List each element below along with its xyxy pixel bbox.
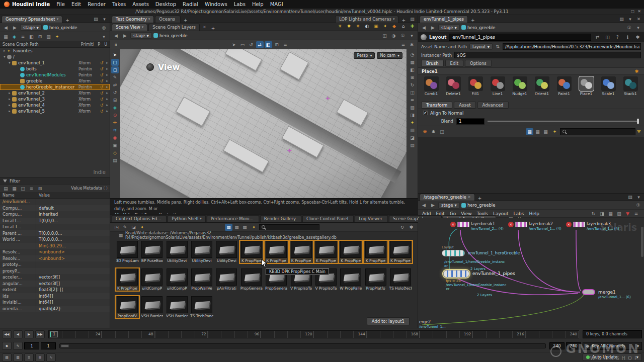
mode-tab[interactable]: Transform	[421, 102, 452, 109]
new-viewer-tab-button[interactable]: +	[209, 26, 217, 31]
asset-item[interactable]: uildCompP	[140, 268, 164, 291]
menu-item[interactable]: Radial	[183, 2, 198, 7]
activate-toggle-icon[interactable]: ↺	[99, 97, 105, 102]
highlight-icon[interactable]: ✦	[409, 119, 416, 126]
filter-funnel-icon[interactable]	[637, 130, 641, 133]
instance-list-area[interactable]	[418, 137, 644, 193]
collapse-all-icon[interactable]: ▥	[45, 33, 52, 40]
auto-update-dropdown[interactable]: Auto Update▾	[583, 353, 642, 361]
star-filter-icon[interactable]: ✦	[250, 224, 258, 231]
tab-envtunnel-pipes[interactable]: envTunnel_1_pipes	[420, 16, 468, 23]
playback-start-field[interactable]: 1	[41, 342, 56, 349]
asset-item[interactable]: PropGenera	[239, 268, 264, 291]
hand-tool-icon[interactable]: ✱	[430, 128, 437, 135]
grid-toggle-icon[interactable]: ▦	[409, 59, 416, 66]
node-shape[interactable]	[443, 270, 469, 278]
gallery-settings-icon[interactable]: ✱	[408, 224, 415, 231]
range-end-field[interactable]: 240	[566, 342, 581, 349]
mode-tab[interactable]: Brush	[421, 60, 444, 67]
attribute-row[interactable]: prototy...	[0, 261, 110, 268]
asset-item[interactable]: uildCompP	[165, 268, 189, 291]
asset-item[interactable]: K PropPipe	[289, 240, 313, 263]
compare-icon[interactable]: ⇄	[594, 34, 601, 41]
menu-item[interactable]: Windows	[205, 2, 227, 7]
sculpt-icon[interactable]: ≋	[111, 127, 119, 134]
attribute-row[interactable]: Compu... default	[0, 205, 110, 212]
activate-toggle-icon[interactable]: ↺	[99, 91, 105, 96]
asset-item[interactable]: VSH Barrier	[140, 296, 164, 319]
thumbnail-medium-icon[interactable]: ▦	[233, 224, 240, 231]
list-icon[interactable]: ≡	[24, 353, 34, 361]
attribute-row[interactable]: Min(-30.29...	[0, 243, 110, 249]
pane-menu-icon[interactable]: ▤	[618, 16, 625, 23]
scene-graph-row[interactable]: bolts Pointin ↺ ▸	[0, 66, 110, 72]
hero-greeble-node[interactable]: Layout envTunnel_1_heroGreeble	[442, 246, 465, 257]
activate-toggle-icon[interactable]: ↺	[99, 85, 105, 89]
tab[interactable]: Performance Moni...	[207, 215, 259, 222]
add-shelf-button[interactable]: +	[399, 18, 408, 23]
expand-attrs-icon[interactable]: ⊞	[36, 185, 44, 192]
swap-icon[interactable]: ⇅	[495, 43, 500, 50]
scene-graph-row[interactable]: ▸ envTunnel_4 Xform ↺ ▸	[0, 102, 110, 108]
add-light-icon[interactable]: ✚	[409, 23, 416, 30]
tab[interactable]: Context Options Ed...	[112, 215, 167, 222]
display-flags-icon[interactable]: ▧	[615, 210, 623, 217]
expand-icon[interactable]: ▸	[105, 79, 110, 83]
menu-item[interactable]: Render	[88, 2, 106, 7]
env-light-icon[interactable]: ✹	[345, 23, 353, 30]
lock-icon[interactable]: ◫	[604, 34, 611, 41]
instance-search-input[interactable]	[560, 128, 635, 135]
play-button[interactable]: ▶	[24, 330, 34, 338]
forward-icon[interactable]: ▶	[11, 24, 19, 31]
attribute-row[interactable]: World ... T(0,0,0,0...	[0, 236, 110, 243]
brush-preset[interactable]: Stack1	[620, 76, 641, 100]
maximize-icon[interactable]: ▢	[631, 9, 635, 14]
instancer-path-field[interactable]: $OS	[454, 52, 641, 58]
scene-graph-tree[interactable]: ▸ ✦ Favorites ▾ / ▾ envTunnel_1 Xform ↺ …	[0, 48, 110, 177]
attribute-row[interactable]: Parent ... T(0,0,0,0...	[0, 230, 110, 237]
node-name-field[interactable]: envTunnel_1_pipes	[449, 34, 591, 41]
brush-preset[interactable]: Fill1	[465, 76, 486, 100]
pane-split-icon[interactable]: ▾	[635, 194, 642, 201]
slider-handle[interactable]	[637, 119, 639, 124]
asset-mode-dropdown[interactable]: layout▾	[469, 43, 493, 50]
gallery-search-input[interactable]	[259, 224, 319, 230]
stage-dropdown[interactable]: stage▾	[130, 32, 152, 39]
camera-lock-icon[interactable]: ◫	[409, 89, 416, 96]
scene-graph-row[interactable]: ▸ envTunnel_2 Xform ↺ ▸	[0, 90, 110, 96]
view-menu-icon[interactable]: ≡	[409, 97, 416, 104]
asset-item[interactable]: K PropPipe	[339, 240, 363, 263]
network-canvas[interactable]: Solaris ✕ layerbreak1/envTunnel_2... (4)…	[418, 218, 644, 328]
pan-icon[interactable]: ⇄	[256, 41, 264, 48]
blend-slider[interactable]	[488, 121, 639, 122]
asset-item[interactable]: VSH Barrier	[165, 296, 189, 319]
key-all-channels-dropdown[interactable]: ◆Key All Channels▾	[583, 342, 642, 350]
asset-grid[interactable]: 3D PropLam BP FuseBox UtilityDevi Utilit…	[110, 238, 418, 328]
scene-graph-row[interactable]: greeble Xform ↺ ▸	[0, 78, 110, 84]
select-mode-icon[interactable]: ➤	[230, 41, 238, 48]
compare-icon[interactable]: ◑	[390, 32, 397, 39]
snapshot-icon[interactable]: ▤	[409, 142, 416, 149]
snap-options-icon[interactable]: ▥	[13, 353, 23, 361]
display-options-icon[interactable]: ≡	[399, 41, 407, 48]
tab[interactable]: Render Gallery	[260, 215, 301, 222]
forward-icon[interactable]: ▶	[121, 32, 129, 39]
scene-graph-row[interactable]: envTunnelModules Pointin ↺ ▸	[0, 72, 110, 78]
attribute-row[interactable]: Resolv... <unbound>	[0, 249, 110, 255]
columns-icon[interactable]: ◧	[28, 33, 35, 40]
section-gear-icon[interactable]: ✱	[633, 68, 640, 75]
brush-preset[interactable]: Scale1	[598, 76, 619, 100]
attribute-row[interactable]: /envTunnel...	[0, 199, 110, 205]
drag-handle-icon[interactable]: ⠿	[112, 41, 120, 48]
range-slider[interactable]	[59, 343, 546, 348]
tab[interactable]: Oceans	[155, 16, 181, 23]
pane-menu-icon[interactable]: ▤	[92, 16, 100, 23]
pane-split-icon[interactable]: ▾	[626, 16, 634, 23]
layout-grid-icon[interactable]: ⊞	[273, 41, 281, 48]
snap-icon[interactable]: ◉	[111, 134, 119, 141]
asset-item[interactable]: K PropPipe	[364, 240, 388, 263]
name-sort-icon[interactable]: ▤	[2, 185, 10, 192]
camera-dropdown[interactable]: No cam▾	[377, 52, 403, 59]
pivot-icon[interactable]: ✛	[111, 119, 119, 126]
asset-item[interactable]: PropPlatfo	[364, 268, 388, 291]
